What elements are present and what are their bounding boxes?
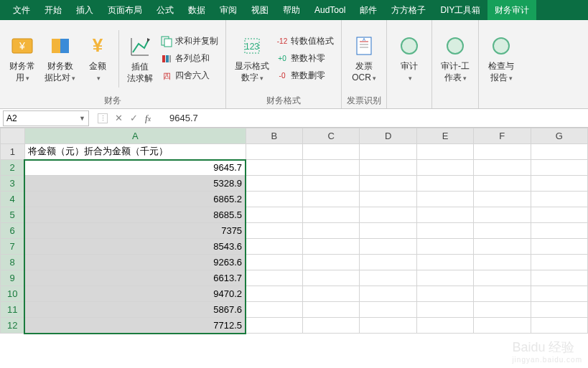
cell-G4[interactable]	[531, 192, 587, 207]
confirm-icon[interactable]: ✓	[130, 113, 138, 123]
row-header-9[interactable]: 9	[1, 270, 25, 286]
cell-D6[interactable]	[360, 223, 416, 239]
row-header-1[interactable]: 1	[1, 144, 25, 160]
invoice-ocr-button[interactable]: A 发票OCR▾	[346, 32, 382, 85]
row-header-5[interactable]: 5	[1, 207, 25, 223]
amount-button[interactable]: ¥ 金额▾	[80, 32, 116, 85]
cell-A11[interactable]: 5867.6	[24, 302, 246, 318]
cell-C12[interactable]	[302, 318, 359, 334]
cell-B1[interactable]	[246, 144, 302, 160]
cell-B8[interactable]	[246, 255, 302, 270]
cell-A6[interactable]: 7375	[24, 223, 246, 239]
cell-B9[interactable]	[246, 270, 302, 286]
cell-G5[interactable]	[531, 207, 587, 223]
cell-E12[interactable]	[416, 318, 473, 334]
row-header-8[interactable]: 8	[1, 255, 25, 270]
cell-E1[interactable]	[416, 144, 473, 160]
name-box[interactable]: A2 ▼	[3, 110, 89, 126]
cell-G3[interactable]	[531, 176, 587, 192]
cell-E6[interactable]	[416, 223, 473, 239]
cell-B6[interactable]	[246, 223, 302, 239]
cell-E9[interactable]	[416, 270, 473, 286]
cell-B5[interactable]	[246, 207, 302, 223]
cell-B7[interactable]	[246, 239, 302, 255]
decrease-icon[interactable]: ⋮	[98, 113, 108, 123]
tab-13[interactable]: 财务审计	[487, 0, 536, 20]
cell-G1[interactable]	[531, 144, 587, 160]
tab-4[interactable]: 公式	[149, 0, 181, 20]
cell-C11[interactable]	[302, 302, 359, 318]
cell-F7[interactable]	[474, 239, 531, 255]
row-header-11[interactable]: 11	[1, 302, 25, 318]
tab-1[interactable]: 开始	[37, 0, 69, 20]
cell-F2[interactable]	[474, 160, 531, 176]
cancel-icon[interactable]: ✕	[115, 113, 123, 123]
cell-D11[interactable]	[360, 302, 416, 318]
cell-F10[interactable]	[474, 286, 531, 302]
cell-E3[interactable]	[416, 176, 473, 192]
cell-G7[interactable]	[531, 239, 587, 255]
cell-C5[interactable]	[302, 207, 359, 223]
cell-A5[interactable]: 8685.5	[24, 207, 246, 223]
tab-3[interactable]: 页面布局	[101, 0, 149, 20]
row-header-3[interactable]: 3	[1, 176, 25, 192]
cell-C7[interactable]	[302, 239, 359, 255]
cell-C4[interactable]	[302, 192, 359, 207]
show-format-button[interactable]: 123 显示格式数字▾	[230, 32, 274, 85]
tab-7[interactable]: 视图	[244, 0, 276, 20]
cell-F12[interactable]	[474, 318, 531, 334]
cell-D9[interactable]	[360, 270, 416, 286]
cell-F8[interactable]	[474, 255, 531, 270]
cell-G10[interactable]	[531, 286, 587, 302]
cell-F11[interactable]	[474, 302, 531, 318]
cell-C6[interactable]	[302, 223, 359, 239]
cell-G8[interactable]	[531, 255, 587, 270]
cell-D12[interactable]	[360, 318, 416, 334]
cell-B3[interactable]	[246, 176, 302, 192]
cell-E7[interactable]	[416, 239, 473, 255]
cell-C2[interactable]	[302, 160, 359, 176]
col-header-A[interactable]: A	[24, 128, 246, 144]
chevron-down-icon[interactable]: ▼	[79, 115, 85, 122]
round-button[interactable]: 四四舍六入	[158, 68, 221, 84]
to-number-button[interactable]: -12转数值格式	[274, 34, 337, 49]
tab-0[interactable]: 文件	[6, 0, 37, 20]
cell-D7[interactable]	[360, 239, 416, 255]
cell-G9[interactable]	[531, 270, 587, 286]
cell-B12[interactable]	[246, 318, 302, 334]
cell-A9[interactable]: 6613.7	[24, 270, 246, 286]
cell-B11[interactable]	[246, 302, 302, 318]
cell-F3[interactable]	[474, 176, 531, 192]
cell-A1[interactable]: 将金额（元）折合为金额（千元）	[24, 144, 246, 160]
cell-E4[interactable]	[416, 192, 473, 207]
cell-A7[interactable]: 8543.6	[24, 239, 246, 255]
cell-B2[interactable]	[246, 160, 302, 176]
cell-G12[interactable]	[531, 318, 587, 334]
cell-A2[interactable]: 9645.7	[24, 160, 246, 176]
tab-11[interactable]: 方方格子	[384, 0, 433, 20]
check-report-button[interactable]: 检查与报告▾	[483, 32, 519, 85]
cell-F4[interactable]	[474, 192, 531, 207]
tab-5[interactable]: 数据	[181, 0, 213, 20]
trim-zero-button[interactable]: -0整数删零	[274, 68, 337, 84]
cell-D3[interactable]	[360, 176, 416, 192]
cell-G11[interactable]	[531, 302, 587, 318]
col-header-B[interactable]: B	[246, 128, 302, 144]
cell-G6[interactable]	[531, 223, 587, 239]
cell-D8[interactable]	[360, 255, 416, 270]
col-sum-button[interactable]: 各列总和	[158, 51, 221, 67]
sum-copy-button[interactable]: 求和并复制	[158, 34, 221, 49]
cell-A12[interactable]: 7712.5	[24, 318, 246, 334]
col-header-E[interactable]: E	[416, 128, 473, 144]
tab-12[interactable]: DIY工具箱	[433, 0, 487, 20]
cell-C8[interactable]	[302, 255, 359, 270]
row-header-6[interactable]: 6	[1, 223, 25, 239]
tab-9[interactable]: AudTool	[307, 0, 353, 20]
tab-2[interactable]: 插入	[69, 0, 101, 20]
cell-F9[interactable]	[474, 270, 531, 286]
cell-D10[interactable]	[360, 286, 416, 302]
cell-F6[interactable]	[474, 223, 531, 239]
finance-compare-button[interactable]: 财务数据比对▾	[40, 32, 80, 85]
formula-input[interactable]: 9645.7	[162, 113, 198, 123]
select-all-corner[interactable]	[1, 128, 25, 144]
